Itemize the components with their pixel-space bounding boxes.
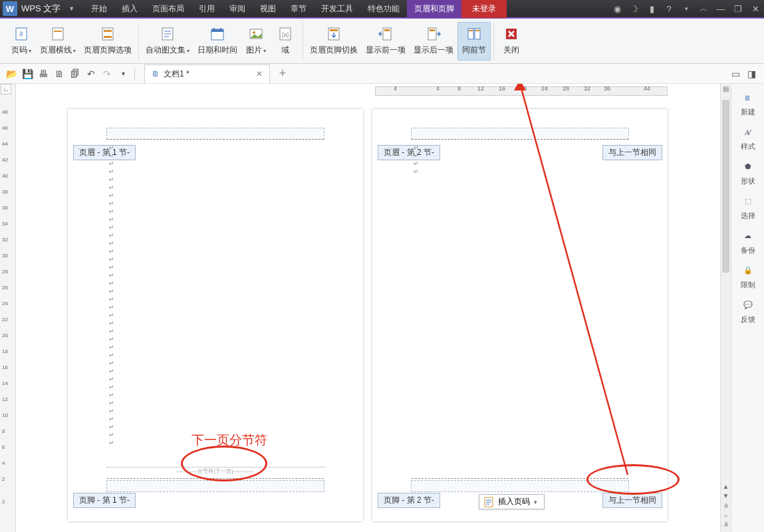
header-tab-2: 页眉 - 第 2 节-	[378, 145, 440, 160]
insert-page-number-icon	[483, 497, 494, 507]
restore-icon[interactable]: ❐	[729, 4, 747, 14]
new-doc-icon: 🗎	[741, 91, 755, 104]
side-restrict[interactable]: 🔒限制	[733, 261, 763, 293]
clothes-icon[interactable]: ▮	[643, 4, 660, 14]
page-number-icon: #	[13, 26, 29, 42]
side-panel: 🗎新建 A⁄样式 ⬟形状 ⬚选择 ☁备份 🔒限制 💬反馈	[731, 84, 764, 532]
section-break-mark: ————分节符(下一页)————	[106, 467, 324, 475]
calendar-icon	[209, 26, 225, 42]
svg-rect-4	[102, 28, 113, 40]
export-icon[interactable]: 🗐	[68, 66, 82, 81]
side-new[interactable]: 🗎新建	[733, 88, 763, 120]
svg-rect-2	[53, 28, 63, 40]
print-preview-icon[interactable]: 🗎	[52, 66, 66, 81]
collapse-ribbon-icon[interactable]: ︿	[695, 3, 712, 15]
close-header-footer-button[interactable]: 关闭	[497, 22, 526, 61]
scroll-down-icon[interactable]: ▼	[721, 492, 731, 501]
help-dropdown-icon[interactable]: ▾	[678, 5, 695, 12]
field-button[interactable]: {a} 域	[271, 22, 300, 61]
footer-region-2[interactable]	[411, 480, 629, 492]
workspace[interactable]: 4 4 8 12 16 20 24 28 32 36 44 页眉 - 第 1 节…	[16, 84, 720, 532]
header-footer-options-button[interactable]: 页眉页脚选项	[80, 22, 136, 61]
switch-header-footer-button[interactable]: 页眉页脚切换	[306, 22, 362, 61]
side-pane-toggle-icon[interactable]: ◨	[744, 66, 759, 81]
autotext-button[interactable]: 自动图文集▾	[142, 22, 193, 61]
open-icon[interactable]: 📂	[4, 66, 19, 81]
scroll-config-icon[interactable]: ▤	[721, 85, 731, 94]
side-feedback[interactable]: 💬反馈	[733, 295, 763, 327]
print-icon[interactable]: 🖶	[36, 66, 51, 81]
switch-icon	[326, 26, 342, 42]
document-tab[interactable]: 🗎 文档1 * ✕	[144, 65, 270, 83]
side-select[interactable]: ⬚选择	[733, 192, 763, 223]
side-backup[interactable]: ☁备份	[733, 226, 763, 258]
scroll-up-icon[interactable]: ▲	[721, 483, 731, 492]
quickbar-dropdown-icon[interactable]: ▾	[116, 66, 130, 81]
document-tab-label: 文档1 *	[164, 68, 190, 80]
menu-section[interactable]: 章节	[283, 0, 314, 18]
sync-icon[interactable]: ◉	[608, 4, 626, 14]
datetime-button[interactable]: 日期和时间	[193, 22, 241, 61]
menu-start[interactable]: 开始	[84, 0, 114, 18]
header-region-2[interactable]	[411, 128, 629, 140]
side-style[interactable]: A⁄样式	[733, 122, 763, 154]
paragraph-marks-2: ↵↵↵↵	[414, 144, 419, 176]
tab-selector[interactable]: ∟	[1, 84, 11, 94]
redo-icon[interactable]: ↷	[100, 66, 114, 81]
page-1[interactable]: 页眉 - 第 1 节- ↵↵↵↵↵↵↵↵↵↵↵↵↵↵↵↵↵↵↵↵↵↵↵↵↵↵↵↵…	[68, 109, 363, 521]
next-page-icon[interactable]: ≚	[721, 521, 731, 531]
main-area: ∟ 48 46 44 42 40 38 36 34 32 30 28 26 24…	[0, 84, 764, 532]
menu-review[interactable]: 审阅	[222, 0, 253, 18]
vertical-scrollbar[interactable]: ▤ ▲ ▼ ≙ ○ ≚	[720, 84, 731, 532]
help-icon[interactable]: ?	[660, 4, 678, 14]
same-as-previous-button[interactable]: 同前节	[457, 22, 491, 61]
scrollbar-thumb[interactable]	[722, 100, 729, 273]
menu-reference[interactable]: 引用	[191, 0, 222, 18]
picture-icon	[248, 26, 264, 42]
moon-icon[interactable]: ☽	[626, 4, 643, 14]
page-2[interactable]: 页眉 - 第 2 节- 与上一节相同 ↵↵↵↵ 页脚 - 第 2 节- 与上一节…	[372, 109, 668, 521]
new-tab-button[interactable]: +	[279, 66, 287, 80]
menu-view[interactable]: 视图	[253, 0, 283, 18]
menu-login[interactable]: 未登录	[461, 0, 507, 18]
select-icon: ⬚	[741, 195, 755, 208]
title-bar: W WPS 文字 ▼ 开始 插入 页面布局 引用 审阅 视图 章节 开发工具 特…	[0, 0, 764, 19]
header-line-icon	[50, 26, 66, 42]
undo-icon[interactable]: ↶	[84, 66, 98, 81]
side-shape[interactable]: ⬟形状	[733, 157, 763, 189]
main-menu: 开始 插入 页面布局 引用 审阅 视图 章节 开发工具 特色功能 页眉和页脚 未…	[84, 0, 507, 18]
options-icon	[100, 26, 116, 42]
svg-text:#: #	[19, 31, 23, 38]
menu-layout[interactable]: 页面布局	[145, 0, 191, 18]
menu-header-footer[interactable]: 页眉和页脚	[407, 0, 461, 18]
footer-region-1[interactable]	[106, 480, 324, 492]
svg-rect-5	[104, 30, 112, 32]
insert-page-number-button[interactable]: 插入页码 ▾	[479, 494, 545, 509]
document-tab-close-icon[interactable]: ✕	[256, 69, 263, 78]
svg-rect-12	[211, 29, 223, 32]
picture-button[interactable]: 图片▾	[241, 22, 271, 61]
svg-rect-20	[330, 29, 338, 31]
browse-object-icon[interactable]: ○	[721, 512, 731, 521]
close-icon[interactable]: ✕	[747, 4, 764, 14]
shape-icon: ⬟	[741, 160, 755, 174]
menu-insert[interactable]: 插入	[114, 0, 145, 18]
quick-access-bar: 📂 💾 🖶 🗎 🗐 ↶ ↷ ▾ 🗎 文档1 * ✕ + ▭ ◨	[0, 64, 764, 84]
header-region-1[interactable]	[106, 128, 324, 140]
prev-page-icon[interactable]: ≙	[721, 503, 731, 512]
screen-mode-icon[interactable]: ▭	[728, 66, 743, 81]
horizontal-ruler: 4 4 8 12 16 20 24 28 32 36 44	[16, 84, 720, 97]
minimize-icon[interactable]: —	[712, 4, 729, 14]
menu-dev[interactable]: 开发工具	[314, 0, 360, 18]
show-next-button[interactable]: 显示后一项	[410, 22, 457, 61]
style-icon: A⁄	[741, 126, 755, 139]
svg-rect-6	[104, 36, 112, 38]
show-prev-button[interactable]: 显示前一项	[362, 22, 410, 61]
chevron-down-icon: ▾	[534, 499, 537, 505]
page-number-button[interactable]: # 页码▾	[7, 22, 36, 61]
chat-icon: 💬	[741, 299, 755, 312]
app-menu-dropdown[interactable]: ▼	[64, 5, 78, 12]
header-line-button[interactable]: 页眉横线▾	[36, 22, 80, 61]
save-icon[interactable]: 💾	[20, 66, 35, 81]
menu-special[interactable]: 特色功能	[360, 0, 407, 18]
